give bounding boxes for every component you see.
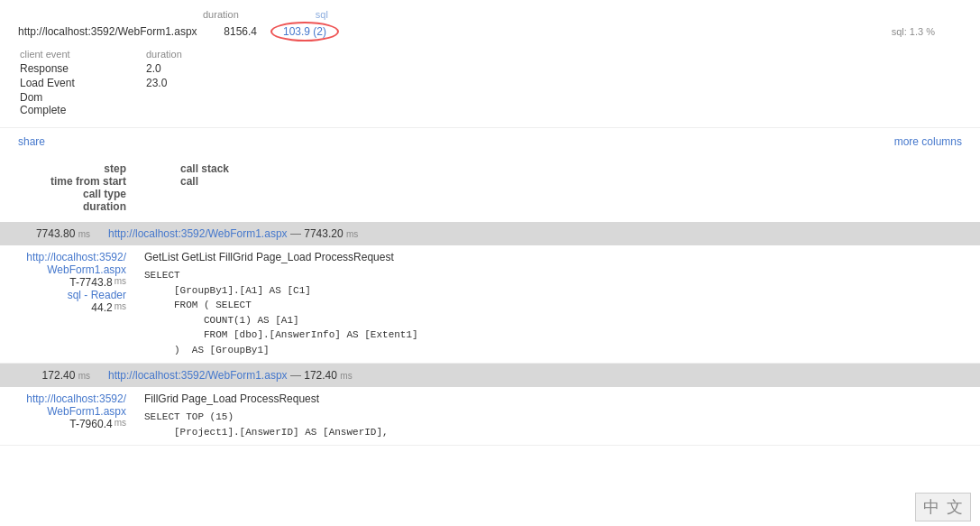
sql-percent: sql: 1.3 % [892,26,935,37]
white-row-1-dur-ms: ms [114,301,126,314]
time-from-start-header: time from start [18,175,126,188]
gray-row-1-ms: ms [78,229,90,239]
col-duration-header: duration [203,9,239,20]
call-type-header: call type [18,188,126,200]
white-row-2-url[interactable]: http://localhost:3592/ WebForm1.aspx [18,392,126,418]
client-event-header: client event [20,49,92,60]
event-row-load: Load Event 23.0 [18,77,962,89]
white-row-1-url[interactable]: http://localhost:3592/ WebForm1.aspx [18,251,126,276]
white-row-1-callstack: GetList GetList FillGrid Page_Load Proce… [144,251,962,263]
gray-row-2-call2: 172.40 [304,369,337,382]
request-url: http://localhost:3592/WebForm1.aspx [18,25,198,38]
event-row-dom: Dom Complete [18,91,962,116]
duration-header: duration [18,200,126,213]
gray-row-1-dash: — [290,227,304,240]
white-row-1: http://localhost:3592/ WebForm1.aspx T-7… [0,245,980,364]
event-name-dom: Dom Complete [20,91,92,116]
col-sql-header: sql [316,9,328,20]
step-header: step [18,162,126,175]
gray-row-1-url[interactable]: http://localhost:3592/WebForm1.aspx [108,227,288,240]
gray-row-1-ms2: ms [346,229,358,239]
gray-row-2-url[interactable]: http://localhost:3592/WebForm1.aspx [108,369,288,382]
white-row-1-type: sql - Reader [18,289,126,301]
sql-oval[interactable]: 103.9 (2) [270,22,339,42]
event-dur-load: 23.0 [146,77,167,89]
client-duration-header: duration [146,49,182,60]
white-row-2-code: SELECT TOP (15) [Project1].[AnswerID] AS… [144,410,962,439]
gray-row-1-call2: 7743.20 [304,227,343,240]
call-stack-label: call stack [180,162,229,175]
gray-row-2-ms2: ms [340,371,352,381]
event-name-response: Response [20,62,92,75]
white-row-2-t: T-7960.4 [69,418,112,430]
white-row-1-code: SELECT [GroupBy1].[A1] AS [C1] FROM ( SE… [144,268,962,357]
share-link[interactable]: share [18,135,45,148]
white-row-1-t: T-7743.8 [69,276,112,289]
gray-row-2: 172.40 ms http://localhost:3592/WebForm1… [0,364,980,387]
request-duration: 8156.4 [212,25,257,38]
gray-row-2-dash: — [290,369,304,382]
call-label: call [180,175,229,188]
more-columns-link[interactable]: more columns [894,135,962,148]
gray-row-1-time: 7743.80 [36,227,75,240]
gray-row-2-time: 172.40 [42,369,76,382]
event-dur-response: 2.0 [146,62,161,75]
white-row-2-t-ms: ms [114,418,126,430]
white-row-1-t-ms: ms [114,276,126,289]
gray-row-1: 7743.80 ms http://localhost:3592/WebForm… [0,222,980,245]
event-name-load: Load Event [20,77,92,89]
gray-row-2-ms: ms [78,371,90,381]
event-row-response: Response 2.0 [18,62,962,75]
white-row-1-dur: 44.2 [91,301,112,314]
white-row-2-callstack: FillGrid Page_Load ProcessRequest [144,392,962,405]
white-row-2: http://localhost:3592/ WebForm1.aspx T-7… [0,387,980,446]
